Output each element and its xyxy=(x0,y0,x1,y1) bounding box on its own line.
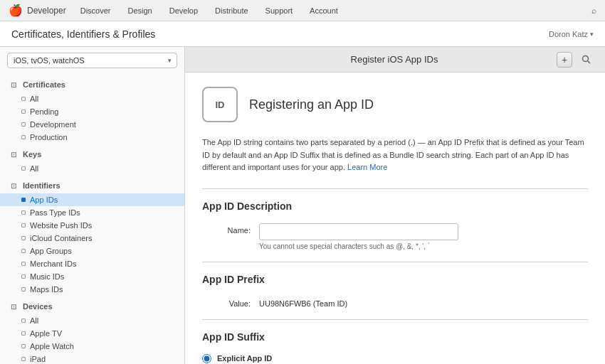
keys-label: Keys xyxy=(23,150,41,159)
nav-item-support[interactable]: Support xyxy=(265,6,293,15)
sidebar-item-pass-type-ids[interactable]: Pass Type IDs xyxy=(0,206,184,219)
nav-item-develop[interactable]: Develop xyxy=(169,6,198,15)
ipad-dot-icon xyxy=(21,357,26,361)
brand-name: Developer xyxy=(27,6,66,16)
explicit-app-id-radio[interactable] xyxy=(202,354,211,363)
explicit-app-id-option[interactable]: Explicit App ID xyxy=(202,354,588,363)
sidebar-item-music-ids[interactable]: Music IDs xyxy=(0,270,184,283)
top-search-icon[interactable]: ⌕ xyxy=(591,6,596,16)
prefix-value-label: Value: xyxy=(202,296,259,308)
content-title: Register iOS App IDs xyxy=(232,54,557,65)
header-actions: + xyxy=(557,52,594,68)
app-groups-label: App Groups xyxy=(30,247,72,255)
sidebar-item-icloud-containers[interactable]: iCloud Containers xyxy=(0,232,184,245)
svg-line-1 xyxy=(588,61,590,63)
platform-dropdown-wrapper[interactable]: iOS, tvOS, watchOS macOS ▾ xyxy=(7,53,177,68)
sidebar-item-devices-all[interactable]: All xyxy=(0,314,184,327)
learn-more-link[interactable]: Learn More xyxy=(347,163,387,171)
nav-item-design[interactable]: Design xyxy=(128,6,152,15)
suffix-section-title: App ID Suffix xyxy=(202,331,588,343)
pass-type-label: Pass Type IDs xyxy=(30,208,80,217)
prefix-section-title: App ID Prefix xyxy=(202,274,588,285)
user-name: Doron Katz xyxy=(549,30,588,38)
register-header: ID Registering an App ID xyxy=(202,87,588,122)
description-section-title: App ID Description xyxy=(202,200,588,212)
identifiers-header: ⊡ Identifiers xyxy=(0,178,184,193)
top-nav: 🍎 Developer Discover Design Develop Dist… xyxy=(0,0,605,21)
identifiers-label: Identifiers xyxy=(23,181,60,190)
apple-tv-dot-icon xyxy=(21,331,26,336)
name-hint: You cannot use special characters such a… xyxy=(259,242,588,250)
name-field-area: You cannot use special characters such a… xyxy=(259,223,588,250)
sidebar-section-certificates: ⊡ Certificates All Pending Development P… xyxy=(0,77,184,144)
ipad-label: iPad xyxy=(30,355,46,363)
cert-all-label: All xyxy=(30,95,38,103)
cert-prod-label: Production xyxy=(30,133,68,141)
merchant-dot-icon xyxy=(21,262,26,266)
cert-dev-label: Development xyxy=(30,120,76,129)
user-info[interactable]: Doron Katz ▾ xyxy=(549,30,594,38)
keys-header: ⊡ Keys xyxy=(0,146,184,162)
sidebar-item-cert-production[interactable]: Production xyxy=(0,131,184,144)
explicit-app-id-label[interactable]: Explicit App ID xyxy=(217,354,272,363)
prefix-section: App ID Prefix Value: UU98N6FWB6 (Team ID… xyxy=(202,274,588,308)
certificates-header: ⊡ Certificates xyxy=(0,77,184,92)
name-input[interactable] xyxy=(259,223,458,240)
sidebar-section-keys: ⊡ Keys All xyxy=(0,146,184,175)
maps-label: Maps IDs xyxy=(30,285,63,294)
sidebar-item-app-groups[interactable]: App Groups xyxy=(0,245,184,257)
pass-type-dot-icon xyxy=(21,210,26,215)
cert-dev-dot-icon xyxy=(21,122,26,127)
divider-suffix xyxy=(202,319,588,320)
page-title: Certificates, Identifiers & Profiles xyxy=(11,28,155,40)
sidebar-item-website-push-ids[interactable]: Website Push IDs xyxy=(0,219,184,232)
cert-pending-dot-icon xyxy=(21,109,26,114)
keys-icon: ⊡ xyxy=(9,149,19,159)
sidebar-item-cert-development[interactable]: Development xyxy=(0,118,184,131)
suffix-section: App ID Suffix Explicit App ID xyxy=(202,331,588,363)
prefix-value-text: UU98N6FWB6 (Team ID) xyxy=(259,296,347,308)
svg-point-0 xyxy=(582,56,588,62)
sidebar-item-merchant-ids[interactable]: Merchant IDs xyxy=(0,257,184,270)
sidebar-item-apple-tv[interactable]: Apple TV xyxy=(0,327,184,340)
devices-header: ⊡ Devices xyxy=(0,299,184,314)
icloud-dot-icon xyxy=(21,236,26,240)
cert-prod-dot-icon xyxy=(21,135,26,139)
website-push-label: Website Push IDs xyxy=(30,221,92,230)
app-ids-dot-icon xyxy=(21,198,26,202)
add-button[interactable]: + xyxy=(557,52,572,68)
website-push-dot-icon xyxy=(21,223,26,228)
nav-item-distribute[interactable]: Distribute xyxy=(215,6,248,15)
search-icon xyxy=(582,55,591,64)
sidebar: iOS, tvOS, watchOS macOS ▾ ⊡ Certificate… xyxy=(0,47,185,364)
sub-header: Certificates, Identifiers & Profiles Dor… xyxy=(0,21,605,47)
divider-description xyxy=(202,188,588,189)
devices-all-dot-icon xyxy=(21,318,26,323)
name-label: Name: xyxy=(202,223,259,235)
devices-icon: ⊡ xyxy=(9,301,19,311)
nav-items: Discover Design Develop Distribute Suppo… xyxy=(80,6,591,15)
sidebar-item-cert-all[interactable]: All xyxy=(0,92,184,105)
prefix-value-row: Value: UU98N6FWB6 (Team ID) xyxy=(202,296,588,308)
identifiers-icon: ⊡ xyxy=(9,181,19,191)
apple-watch-label: Apple Watch xyxy=(30,342,74,350)
content-header: Register iOS App IDs + xyxy=(185,47,605,73)
sidebar-item-apple-watch[interactable]: Apple Watch xyxy=(0,340,184,353)
music-dot-icon xyxy=(21,274,26,279)
platform-dropdown[interactable]: iOS, tvOS, watchOS macOS xyxy=(7,53,177,68)
nav-item-account[interactable]: Account xyxy=(310,6,338,15)
sidebar-section-identifiers: ⊡ Identifiers App IDs Pass Type IDs Webs… xyxy=(0,178,184,296)
register-area: ID Registering an App ID The App ID stri… xyxy=(185,73,605,364)
sidebar-item-ipad[interactable]: iPad xyxy=(0,353,184,364)
search-button[interactable] xyxy=(578,52,594,68)
sidebar-item-keys-all[interactable]: All xyxy=(0,162,184,175)
sidebar-item-maps-ids[interactable]: Maps IDs xyxy=(0,283,184,296)
sidebar-item-app-ids[interactable]: App IDs xyxy=(0,193,184,206)
register-title: Registering an App ID xyxy=(249,97,374,112)
keys-all-dot-icon xyxy=(21,166,26,171)
music-label: Music IDs xyxy=(30,272,64,281)
sidebar-item-cert-pending[interactable]: Pending xyxy=(0,105,184,118)
maps-dot-icon xyxy=(21,287,26,291)
nav-item-discover[interactable]: Discover xyxy=(80,6,111,15)
apple-tv-label: Apple TV xyxy=(30,329,62,338)
